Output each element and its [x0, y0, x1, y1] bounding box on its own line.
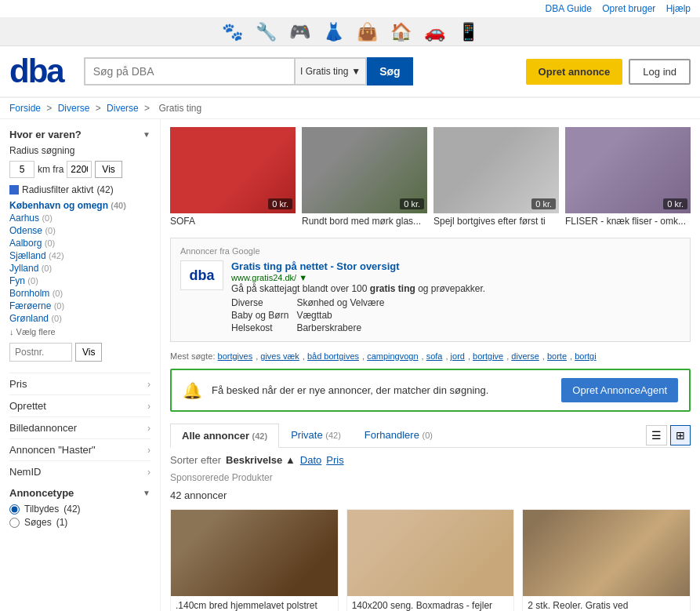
cat-icon-7[interactable]: 🚗 [424, 22, 445, 42]
nemid-arrow-icon: › [147, 467, 151, 478]
annoncetype-title: Annoncetype ▼ [9, 487, 151, 499]
product-card-2[interactable]: 2 stk. Reoler. Gratis ved [522, 509, 691, 611]
ad-description: Gå på skattejagt blandt over 100 gratis … [231, 283, 485, 294]
location-bornholm[interactable]: Bornholm (0) [9, 288, 151, 299]
most-searched-bortgive[interactable]: bortgive [473, 351, 503, 361]
ad-tags: Diverse Baby og Børn Helsekost Skønhed o… [231, 297, 485, 333]
featured-item-spejl[interactable]: 0 kr. Spejl bortgives efter først ti [433, 127, 559, 227]
location-fyn[interactable]: Fyn (0) [9, 275, 151, 286]
list-view-button[interactable]: ☰ [646, 425, 667, 446]
search-bar: I Gratis ting ▼ Søg [84, 57, 413, 85]
product-card-1[interactable]: 140x200 seng. Boxmadras - fejler [346, 509, 515, 611]
search-input[interactable] [84, 57, 296, 85]
sort-pris-button[interactable]: Pris [326, 454, 343, 466]
location-faeroeerne[interactable]: Færøerne (0) [9, 300, 151, 311]
most-searched-bortgi[interactable]: bortgi [575, 351, 597, 361]
most-searched-bortgives[interactable]: bortgives [218, 351, 253, 361]
oprettet-filter[interactable]: Oprettet › [9, 395, 151, 416]
log-ind-button[interactable]: Log ind [629, 59, 691, 85]
search-category-dropdown[interactable]: I Gratis ting ▼ [296, 57, 367, 85]
google-ads-title: Annoncer fra Google [180, 246, 680, 256]
opret-annonceagent-button[interactable]: Opret AnnonceAgent [561, 378, 678, 402]
radio-tilbydes-input[interactable] [9, 504, 20, 515]
most-searched-label: Mest søgte: [170, 351, 215, 361]
breadcrumb-diverse1[interactable]: Diverse [58, 103, 90, 114]
location-groenland[interactable]: Grønland (0) [9, 313, 151, 324]
location-aarhus[interactable]: Aarhus (0) [9, 213, 151, 224]
cat-icon-5[interactable]: 👜 [357, 22, 378, 42]
breadcrumb-forside[interactable]: Forside [9, 103, 41, 114]
location-kobenhavn[interactable]: København og omegn (40) [9, 200, 151, 211]
zip-input[interactable] [67, 161, 92, 178]
postnr-input[interactable] [9, 343, 72, 362]
sidebar: Hvor er varen? ▼ Radius søgning km fra V… [0, 119, 161, 611]
radius-input[interactable] [9, 161, 34, 178]
location-arrow-icon: ▼ [143, 130, 151, 139]
sort-beskrivelse-button[interactable]: Beskrivelse ▲ [226, 454, 296, 466]
most-searched-campingvogn[interactable]: campingvogn [367, 351, 418, 361]
content-area: 0 kr. SOFA 0 kr. Rundt bord med mørk gla… [161, 119, 700, 611]
vaelg-flere-link[interactable]: ↓ Vælg flere [9, 327, 151, 336]
billedannoncer-arrow-icon: › [147, 423, 151, 434]
grid-view-button[interactable]: ⊞ [670, 425, 691, 446]
pris-filter[interactable]: Pris › [9, 373, 151, 395]
count-label: 42 annoncer [170, 489, 691, 501]
header: dba I Gratis ting ▼ Søg Opret annonce Lo… [0, 46, 700, 98]
most-searched-borte[interactable]: borte [547, 351, 567, 361]
most-searched-sofa[interactable]: sofa [426, 351, 443, 361]
product-img-0 [171, 510, 338, 596]
featured-item-bord[interactable]: 0 kr. Rundt bord med mørk glas... [302, 127, 427, 227]
fliser-label: FLISER - knæk fliser - omk... [565, 216, 691, 227]
opret-bruger-link[interactable]: Opret bruger [602, 3, 655, 14]
location-aalborg[interactable]: Aalborg (0) [9, 238, 151, 249]
km-label: km fra [38, 164, 63, 175]
most-searched-baad-bortgives[interactable]: båd bortgives [307, 351, 359, 361]
cat-icon-2[interactable]: 🔧 [256, 22, 277, 42]
pris-arrow-icon: › [147, 379, 151, 390]
featured-item-sofa[interactable]: 0 kr. SOFA [170, 127, 296, 227]
radio-soeges: Søges (1) [9, 517, 151, 528]
dba-guide-link[interactable]: DBA Guide [546, 3, 592, 14]
cat-icon-1[interactable]: 🐾 [222, 22, 243, 42]
radio-soeges-input[interactable] [9, 518, 20, 528]
featured-item-fliser[interactable]: 0 kr. FLISER - knæk fliser - omk... [565, 127, 691, 227]
breadcrumb-diverse2[interactable]: Diverse [107, 103, 139, 114]
most-searched-diverse[interactable]: diverse [511, 351, 539, 361]
billedannoncer-filter[interactable]: Billedannoncer › [9, 416, 151, 438]
product-title-0: .140cm bred hjemmelavet polstret [171, 596, 338, 611]
location-odense[interactable]: Odense (0) [9, 225, 151, 236]
ad-title[interactable]: Gratis ting på nettet - Stor oversigt [231, 260, 485, 272]
dropdown-arrow-icon: ▼ [351, 66, 361, 77]
search-button[interactable]: Søg [367, 57, 412, 85]
radius-row: km fra Vis [9, 161, 151, 178]
bord-price: 0 kr. [400, 198, 424, 209]
tab-private[interactable]: Private (42) [279, 423, 353, 447]
haster-filter[interactable]: Annoncen "Haster" › [9, 438, 151, 460]
cat-icon-3[interactable]: 🎮 [289, 22, 310, 42]
product-card-0[interactable]: .140cm bred hjemmelavet polstret [170, 509, 339, 611]
cat-icon-6[interactable]: 🏠 [390, 22, 412, 42]
logo: dba [9, 53, 63, 90]
annoncetype-section: Annoncetype ▼ Tilbydes (42) Søges (1) [9, 482, 151, 528]
sort-dato-button[interactable]: Dato [300, 454, 321, 466]
tab-forhandlere[interactable]: Forhandlere (0) [353, 423, 444, 447]
opret-annonce-button[interactable]: Opret annonce [526, 59, 623, 85]
header-right: Opret annonce Log ind [526, 59, 691, 85]
cat-icon-8[interactable]: 📱 [458, 22, 479, 42]
sponsored-label: Sponsorerede Produkter [170, 472, 691, 483]
product-img-2 [523, 510, 690, 596]
radio-tilbydes: Tilbydes (42) [9, 504, 151, 515]
sort-row: Sorter efter Beskrivelse ▲ Dato Pris [170, 454, 691, 466]
nemid-filter[interactable]: NemID › [9, 460, 151, 482]
most-searched-gives-vaek[interactable]: gives væk [260, 351, 299, 361]
postnr-vis-button[interactable]: Vis [75, 343, 102, 362]
tab-alle-annoncer[interactable]: Alle annoncer (42) [170, 424, 279, 448]
radius-vis-button[interactable]: Vis [95, 161, 122, 178]
location-sjaelland[interactable]: Sjælland (42) [9, 250, 151, 261]
location-jylland[interactable]: Jylland (0) [9, 263, 151, 274]
most-searched-jord[interactable]: jord [451, 351, 465, 361]
hjaelp-link[interactable]: Hjælp [666, 3, 691, 14]
spejl-price: 0 kr. [531, 198, 556, 209]
tab-view-icons: ☰ ⊞ [646, 425, 691, 446]
cat-icon-4[interactable]: 👗 [323, 22, 344, 42]
